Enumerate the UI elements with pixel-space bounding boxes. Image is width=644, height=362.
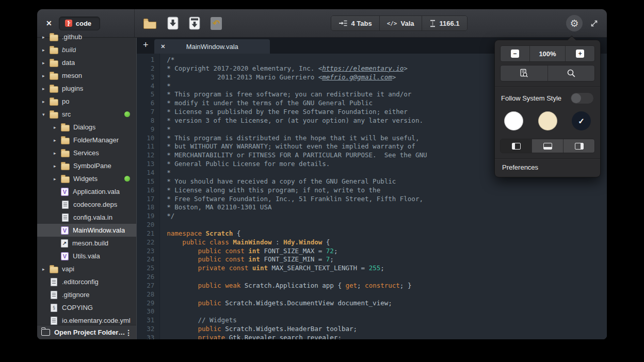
folder-icon: [50, 35, 58, 41]
tree-item-label: Application.vala: [73, 188, 120, 195]
tree-item--gitignore[interactable]: .gitignore: [37, 288, 136, 301]
open-project-bar[interactable]: Open Project Folder… ⋮: [37, 325, 136, 339]
project-chip[interactable]: code: [59, 17, 100, 30]
zoom-out-button[interactable]: −: [501, 46, 530, 61]
code-line[interactable]: 21namespace Scratch {: [137, 229, 607, 238]
code-brackets-icon: </>: [387, 20, 397, 27]
toggle-sidebar-button[interactable]: [501, 139, 532, 153]
tab-overview-button[interactable]: 4 Tabs: [331, 16, 379, 30]
style-option-light[interactable]: [504, 111, 523, 130]
line-text: public const int FONT_SIZE_MIN = 7;: [159, 255, 334, 264]
toggle-terminal-button[interactable]: [532, 139, 564, 153]
tree-item-widgets[interactable]: ▸Widgets: [37, 172, 136, 185]
tree-item-dialogs[interactable]: ▸Dialogs: [37, 121, 136, 134]
tree-item-foldermanager[interactable]: ▸FolderManager: [37, 134, 136, 146]
preferences-menu-item[interactable]: Preferences: [495, 158, 600, 177]
gear-icon: ⚙: [570, 15, 578, 31]
expander-arrow-icon[interactable]: ▸: [54, 163, 61, 169]
code-line[interactable]: 15* You should have received a copy of t…: [137, 177, 607, 186]
tree-item--editorconfig[interactable]: .editorconfig: [37, 275, 136, 288]
line-text: public weak Scratch.Application app { ge…: [159, 282, 411, 290]
code-line[interactable]: 25 private const uint MAX_SEARCH_TEXT_LE…: [137, 264, 607, 273]
code-line[interactable]: 27 public weak Scratch.Application app {…: [137, 282, 607, 290]
goto-line-button[interactable]: 1166.1: [422, 16, 467, 30]
expander-arrow-icon[interactable]: ▸: [54, 125, 61, 130]
tree-item-po[interactable]: ▸po: [37, 95, 136, 108]
fullscreen-icon[interactable]: [590, 19, 599, 28]
code-line[interactable]: 16* License along with this program; if …: [137, 186, 607, 195]
expander-arrow-icon[interactable]: ▾: [42, 112, 50, 117]
tree-item-build[interactable]: ▸build: [37, 43, 136, 56]
tree-item-config-vala-in[interactable]: config.vala.in: [37, 211, 136, 224]
line-number: 22: [137, 238, 159, 247]
line-number: 6: [137, 99, 159, 108]
code-line[interactable]: 17* Free Software Foundation, Inc., 51 F…: [137, 195, 607, 204]
code-line[interactable]: 22 public class MainWindow : Hdy.Window …: [137, 238, 607, 247]
code-line[interactable]: 20: [137, 221, 607, 229]
tree-item-src[interactable]: ▾src: [37, 108, 136, 121]
tree-item-mainwindow-vala[interactable]: VMainWindow.vala: [37, 224, 136, 237]
expander-arrow-icon[interactable]: ▸: [54, 151, 61, 156]
tree-item-plugins[interactable]: ▸plugins: [37, 82, 136, 95]
save-button[interactable]: [167, 17, 179, 30]
new-tab-button[interactable]: +: [137, 38, 154, 54]
line-text: * This program is distributed in the hop…: [159, 134, 419, 143]
find-button[interactable]: [548, 65, 595, 81]
expander-arrow-icon[interactable]: ▸: [54, 138, 61, 143]
expander-arrow-icon[interactable]: ▸: [42, 35, 50, 40]
find-in-files-button[interactable]: [501, 65, 548, 81]
expander-arrow-icon[interactable]: ▸: [42, 86, 50, 91]
expander-arrow-icon[interactable]: ▸: [42, 73, 50, 78]
code-line[interactable]: 23 public const int FONT_SIZE_MAX = 72;: [137, 247, 607, 256]
expander-arrow-icon[interactable]: ▸: [42, 47, 50, 53]
code-line[interactable]: 29 public Scratch.Widgets.DocumentView d…: [137, 299, 607, 308]
expander-arrow-icon[interactable]: ▸: [42, 267, 50, 272]
tree-item-io-elementary-code-yml[interactable]: io.elementary.code.yml: [37, 314, 136, 325]
code-line[interactable]: 26: [137, 273, 607, 282]
code-line[interactable]: 30: [137, 307, 607, 316]
tree-item--github[interactable]: ▸.github: [37, 30, 136, 43]
line-number: 11: [137, 142, 159, 151]
tree-item-meson[interactable]: ▸meson: [37, 69, 136, 82]
tree-item-application-vala[interactable]: VApplication.vala: [37, 185, 136, 198]
code-line[interactable]: 28: [137, 290, 607, 299]
tree-item-label: config.vala.in: [73, 213, 112, 221]
language-button[interactable]: </> Vala: [380, 16, 422, 30]
tree-item-codecore-deps[interactable]: codecore.deps: [37, 198, 136, 211]
expander-arrow-icon[interactable]: ▸: [42, 60, 50, 65]
line-text: private Gtk.Revealer search_revealer;: [159, 334, 342, 339]
tree-item-services[interactable]: ▸Services: [37, 146, 136, 159]
settings-button[interactable]: ⚙: [566, 15, 583, 31]
toggle-outline-button[interactable]: [564, 139, 594, 153]
line-number: 28: [137, 290, 159, 299]
code-line[interactable]: 18* Boston, MA 02110-1301 USA: [137, 203, 607, 212]
tree-item-symbolpane[interactable]: ▸SymbolPane: [37, 159, 136, 172]
zoom-in-button[interactable]: +: [566, 46, 594, 61]
zoom-level-button[interactable]: 100%: [530, 46, 566, 61]
tree-item-utils-vala[interactable]: VUtils.vala: [37, 250, 136, 262]
tab-close-icon[interactable]: ✕: [160, 43, 165, 50]
style-option-dark[interactable]: ✓: [572, 111, 591, 130]
open-file-button[interactable]: [143, 18, 157, 29]
tree-item-meson-build[interactable]: ↗meson.build: [37, 237, 136, 250]
tree-item-copying[interactable]: §COPYING: [37, 301, 136, 314]
tab-mainwindow-vala[interactable]: ✕ MainWindow.vala: [154, 39, 270, 54]
code-line[interactable]: 31 // Widgets: [137, 316, 607, 325]
sidebar-menu-button[interactable]: ⋮: [125, 329, 132, 336]
revert-button[interactable]: ↶: [211, 17, 222, 30]
follow-system-style-row: Follow System Style: [500, 92, 595, 104]
code-line[interactable]: 33 private Gtk.Revealer search_revealer;: [137, 334, 607, 339]
expander-arrow-icon[interactable]: ▸: [42, 99, 50, 104]
code-line[interactable]: 19*/: [137, 212, 607, 221]
style-option-sepia[interactable]: [538, 111, 557, 130]
tree-item-vapi[interactable]: ▸vapi: [37, 262, 136, 275]
code-line[interactable]: 32 public Scratch.Widgets.HeaderBar tool…: [137, 325, 607, 334]
expander-arrow-icon[interactable]: ▸: [54, 176, 61, 182]
tree-item-label: SymbolPane: [73, 162, 111, 170]
follow-system-style-toggle[interactable]: [570, 92, 594, 104]
check-icon: ✓: [578, 117, 585, 126]
window-close-button[interactable]: ✕: [46, 19, 52, 27]
code-line[interactable]: 24 public const int FONT_SIZE_MIN = 7;: [137, 255, 607, 264]
tree-item-data[interactable]: ▸data: [37, 56, 136, 69]
save-as-button[interactable]: [189, 17, 200, 30]
